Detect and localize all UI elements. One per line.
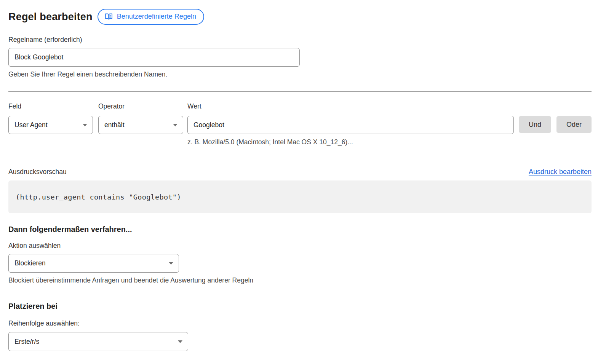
chevron-down-icon xyxy=(178,340,182,343)
page-header: Regel bearbeiten Benutzerdefinierte Rege… xyxy=(8,0,592,25)
condition-row: Feld User Agent Operator enthält Wert z.… xyxy=(8,102,592,146)
value-help: z. B. Mozilla/5.0 (Macintosh; Intel Mac … xyxy=(187,138,514,146)
order-select-value: Erste/r/s xyxy=(14,338,39,346)
chevron-down-icon xyxy=(83,124,87,126)
rule-name-input[interactable] xyxy=(8,48,300,67)
placement-section-heading: Platzieren bei xyxy=(8,302,592,311)
or-button[interactable]: Oder xyxy=(556,116,592,133)
order-select[interactable]: Erste/r/s xyxy=(8,332,188,351)
operator-select[interactable]: enthält xyxy=(98,116,183,134)
field-select[interactable]: User Agent xyxy=(8,116,93,134)
logic-buttons: Und Oder xyxy=(519,102,592,146)
expression-code: (http.user_agent contains "Googlebot") xyxy=(16,193,181,201)
rule-name-label: Regelname (erforderlich) xyxy=(8,36,592,44)
expression-code-block: (http.user_agent contains "Googlebot") xyxy=(8,180,592,213)
field-column: Feld User Agent xyxy=(8,102,93,146)
edit-rule-page: Regel bearbeiten Benutzerdefinierte Rege… xyxy=(0,0,598,364)
action-section-heading: Dann folgendermaßen verfahren... xyxy=(8,225,592,234)
action-help: Blockiert übereinstimmende Anfragen und … xyxy=(8,276,592,284)
operator-label: Operator xyxy=(98,102,183,111)
section-divider xyxy=(8,91,592,92)
and-button[interactable]: Und xyxy=(519,116,551,133)
expression-preview-label: Ausdrucksvorschau xyxy=(8,168,67,176)
chevron-down-icon xyxy=(169,262,173,265)
operator-select-value: enthält xyxy=(104,121,125,129)
action-select-label: Aktion auswählen xyxy=(8,242,592,250)
operator-column: Operator enthält xyxy=(98,102,183,146)
docs-button-label: Benutzerdefinierte Regeln xyxy=(117,13,196,21)
value-column: Wert z. B. Mozilla/5.0 (Macintosh; Intel… xyxy=(187,102,514,146)
value-label: Wert xyxy=(187,102,514,111)
expression-header: Ausdrucksvorschau Ausdruck bearbeiten xyxy=(8,168,592,176)
custom-rules-docs-button[interactable]: Benutzerdefinierte Regeln xyxy=(98,9,204,25)
page-title: Regel bearbeiten xyxy=(8,11,93,23)
rule-name-help: Geben Sie Ihrer Regel einen beschreibend… xyxy=(8,70,592,78)
order-select-label: Reihenfolge auswählen: xyxy=(8,319,592,327)
value-input[interactable] xyxy=(187,116,514,134)
field-select-value: User Agent xyxy=(14,121,48,129)
field-label: Feld xyxy=(8,102,93,111)
action-select-value: Blockieren xyxy=(14,259,46,267)
action-select[interactable]: Blockieren xyxy=(8,254,179,273)
edit-expression-link[interactable]: Ausdruck bearbeiten xyxy=(529,168,592,176)
open-book-icon xyxy=(104,12,113,21)
chevron-down-icon xyxy=(173,124,177,126)
